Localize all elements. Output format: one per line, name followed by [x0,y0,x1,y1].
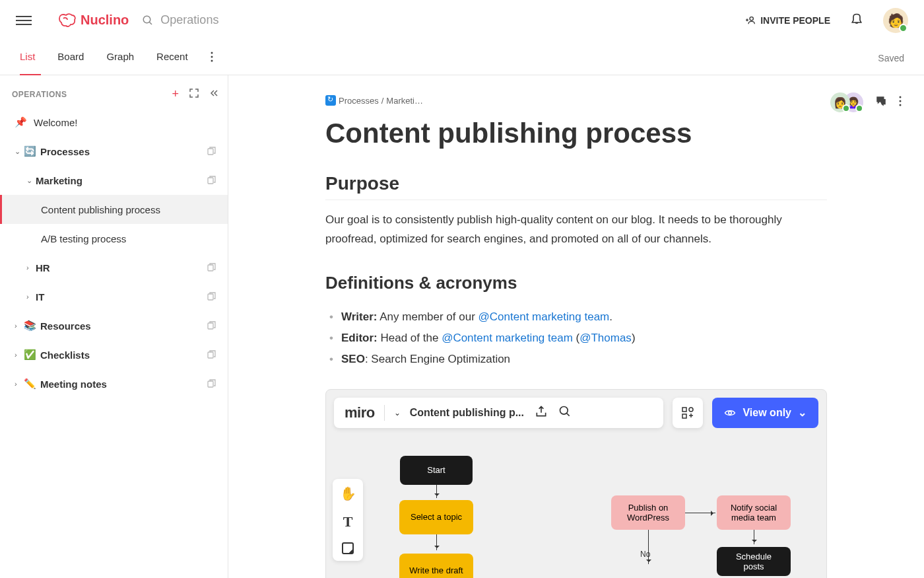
saved-indicator: Saved [878,53,904,63]
search-box[interactable]: Operations [142,13,218,27]
sidebar-item-ab-testing[interactable]: A/B testing process [0,224,228,253]
svg-line-1 [150,22,152,24]
breadcrumb[interactable]: Processes / Marketi… [325,95,827,106]
svg-point-0 [144,16,151,23]
chat-icon [875,95,887,107]
section-purpose-heading[interactable]: Purpose [325,173,827,200]
invite-people-button[interactable]: INVITE PEOPLE [746,15,830,26]
more-vertical-icon [899,96,902,106]
mention-link[interactable]: @Thomas [579,332,632,344]
doc-more-button[interactable] [899,96,902,109]
sidebar-item-hr[interactable]: › HR [0,253,228,282]
sidebar-item-it[interactable]: › IT [0,282,228,311]
chevron-right-icon: › [15,322,24,330]
flow-notify-social-node[interactable]: Notify social media team [717,495,791,530]
books-icon: 📚 [24,320,36,332]
svg-rect-8 [208,149,213,155]
invite-icon [746,15,756,26]
chevron-right-icon: › [15,351,24,359]
copy-icon[interactable] [207,175,216,186]
copy-icon[interactable] [207,320,216,332]
expand-button[interactable] [189,89,199,100]
chevron-right-icon: › [26,264,36,271]
flow-label-no: No [640,550,650,559]
svg-rect-20 [682,408,686,412]
sidebar: OPERATIONS + 📌 Welcome! ⌄ 🔄 Processes ⌄ … [0,75,228,578]
tabs-more-button[interactable] [211,52,213,65]
miro-board-title: Content publishing p... [410,407,524,419]
svg-rect-22 [682,414,686,418]
list-item[interactable]: SEO: Search Engine Optimization [325,349,827,370]
sidebar-item-content-publishing[interactable]: Content publishing process [0,195,228,224]
miro-embed[interactable]: miro ⌄ Content publishing p... View only… [325,389,827,578]
app-logo[interactable]: Nuclino [58,13,129,28]
sidebar-item-resources[interactable]: › 📚 Resources [0,311,228,340]
more-vertical-icon [211,52,213,62]
search-placeholder: Operations [160,13,218,27]
notifications-button[interactable] [850,13,863,28]
chevron-down-icon: ⌄ [798,406,807,419]
list-item[interactable]: Writer: Any member of our @Content marke… [325,307,827,328]
svg-point-2 [750,17,753,20]
app-name: Nuclino [81,13,129,28]
copy-icon[interactable] [207,262,216,273]
search-icon [142,15,154,26]
list-item[interactable]: Editor: Head of the @Content marketing t… [325,328,827,349]
copy-icon[interactable] [207,379,216,390]
miro-logo: miro [345,404,375,421]
sidebar-item-processes[interactable]: ⌄ 🔄 Processes [0,137,228,166]
chevron-double-left-icon [209,89,218,98]
miro-search-button[interactable] [558,405,572,421]
comments-button[interactable] [875,95,887,110]
add-item-button[interactable]: + [172,87,179,101]
user-avatar[interactable]: 🧑 [883,8,908,33]
tab-board[interactable]: Board [57,51,84,65]
svg-point-6 [211,55,213,57]
flow-publish-wp-node[interactable]: Publish on WordPress [611,495,685,530]
search-icon [558,405,572,418]
flow-start-node[interactable]: Start [400,456,473,485]
flow-write-draft-node[interactable]: Write the draft [399,554,473,578]
svg-point-7 [211,59,213,61]
svg-point-15 [900,96,902,98]
copy-icon[interactable] [207,146,216,157]
sidebar-item-marketing[interactable]: ⌄ Marketing [0,166,228,195]
section-definitions-heading[interactable]: Definitions & acronyms [325,273,827,293]
flow-schedule-node[interactable]: Schedule posts [717,547,791,576]
miro-board-dropdown[interactable]: ⌄ [394,408,401,417]
document-area: 👩 👩‍🦱 Processes / Marketi… Content publi… [228,75,924,578]
miro-view-only-button[interactable]: View only ⌄ [712,398,818,428]
sidebar-item-meeting-notes[interactable]: › ✏️ Meeting notes [0,369,228,398]
sidebar-title: OPERATIONS [12,90,67,99]
copy-icon[interactable] [207,349,216,361]
expand-icon [189,89,199,98]
svg-rect-11 [208,294,213,300]
tab-list[interactable]: List [20,51,35,65]
miro-apps-button[interactable] [673,398,703,428]
sidebar-item-checklists[interactable]: › ✅ Checklists [0,340,228,369]
eye-icon [724,407,736,419]
collaborator-avatar[interactable]: 👩 [830,92,850,112]
miro-export-button[interactable] [535,405,548,421]
pencil-icon: ✏️ [24,378,36,390]
hamburger-menu[interactable] [16,13,32,28]
flow-select-topic-node[interactable]: Select a topic [399,500,473,534]
svg-point-18 [560,406,568,414]
sidebar-item-welcome[interactable]: 📌 Welcome! [0,108,228,137]
copy-icon[interactable] [207,291,216,303]
svg-point-16 [900,100,902,102]
cycle-icon: 🔄 [24,145,36,157]
mention-link[interactable]: @Content marketing team [478,310,610,323]
page-title[interactable]: Content publishing process [325,118,827,149]
avatar-face-icon: 🧑 [888,13,904,28]
tab-graph[interactable]: Graph [106,51,134,65]
svg-point-21 [689,408,693,412]
chevron-right-icon: › [26,293,36,301]
tab-recent[interactable]: Recent [156,51,188,65]
svg-rect-12 [208,323,213,329]
chevron-down-icon: ⌄ [26,176,36,185]
collapse-sidebar-button[interactable] [209,89,218,100]
purpose-paragraph[interactable]: Our goal is to consistently publish high… [325,211,827,249]
mention-link[interactable]: @Content marketing team [442,332,573,344]
cycle-icon [325,95,336,106]
